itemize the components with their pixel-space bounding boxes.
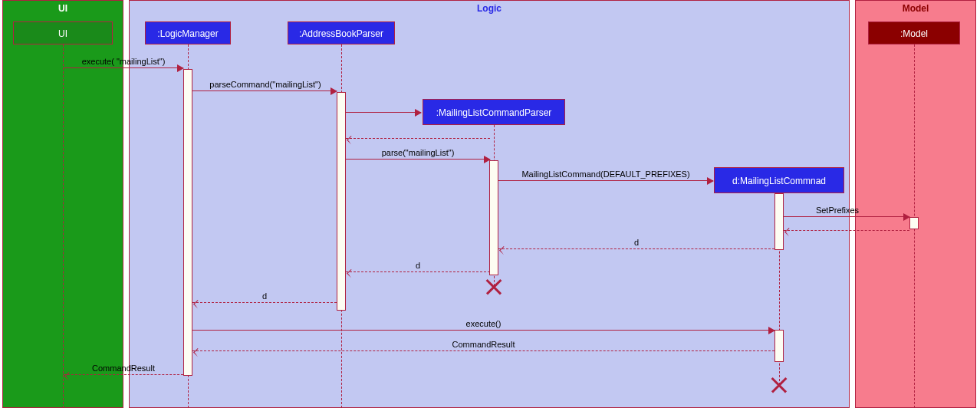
participant-model: :Model <box>868 21 960 44</box>
participant-logic-manager: :LogicManager <box>145 21 231 44</box>
msg-return-d-1: d <box>498 241 774 252</box>
sequence-diagram: UI Logic Model UI :LogicManager :Address… <box>0 0 980 408</box>
msg-parsecommand: parseCommand("mailingList") <box>192 83 337 94</box>
destroy-mlc-parser <box>485 278 502 295</box>
msg-create-mlc: MailingListCommand(DEFAULT_PREFIXES) <box>498 173 713 183</box>
participant-mailing-list-command: d:MailingListCommnad <box>714 167 844 193</box>
activation-mlc-1 <box>774 193 784 250</box>
participant-address-book-parser: :AddressBookParser <box>288 21 395 44</box>
lifeline-ui <box>63 44 64 408</box>
msg-parse: parse("mailingList") <box>346 151 490 162</box>
msg-return-create-mlcparser <box>346 130 490 141</box>
lane-model: Model <box>855 0 976 408</box>
msg-execute: execute() <box>192 322 774 333</box>
activation-address-book-parser <box>337 92 346 311</box>
msg-commandresult-1: CommandResult <box>192 343 774 354</box>
msg-execute-mailinglist: execute( "mailingList") <box>64 60 183 71</box>
activation-mlc-2 <box>774 330 784 362</box>
lane-logic-title: Logic <box>477 3 502 14</box>
msg-setprefixes: SetPrefixes <box>784 209 909 219</box>
msg-create-mlcparser <box>346 104 421 115</box>
msg-commandresult-2: CommandResult <box>64 367 183 377</box>
destroy-mlc <box>771 377 788 393</box>
activation-logic-manager <box>183 69 192 376</box>
activation-model <box>909 217 919 229</box>
participant-mailing-list-command-parser: :MailingListCommandParser <box>423 99 565 125</box>
msg-setprefixes-return <box>784 222 909 233</box>
participant-ui: UI <box>13 21 113 44</box>
msg-return-d-2: d <box>346 264 490 275</box>
msg-return-d-3: d <box>192 294 337 305</box>
activation-mlc-parser <box>489 160 498 275</box>
lane-ui-title: UI <box>58 3 67 14</box>
lane-model-title: Model <box>903 3 929 14</box>
